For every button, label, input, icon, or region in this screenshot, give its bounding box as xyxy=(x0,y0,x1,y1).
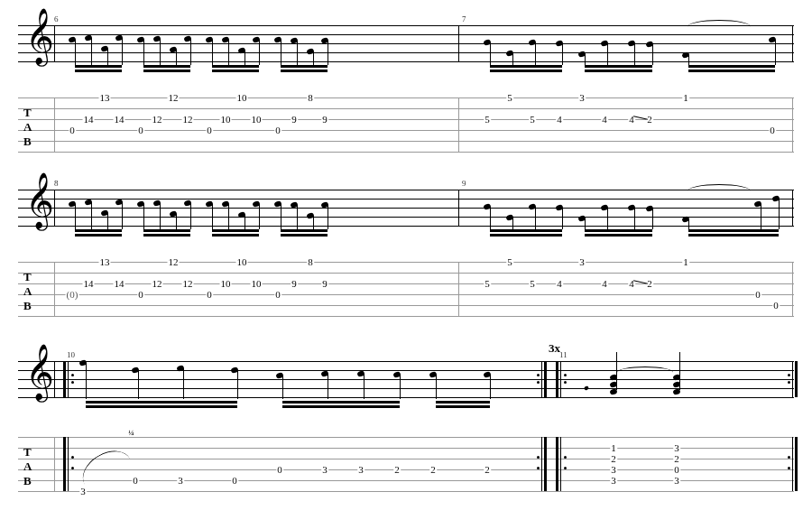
beam-icon xyxy=(86,405,237,408)
tab-fret-number: 14 xyxy=(83,115,95,125)
tab-fret-number: 9 xyxy=(291,115,298,125)
note-stem xyxy=(259,204,260,229)
tab-fret-number: 10 xyxy=(220,115,232,125)
tab-fret-number: 5 xyxy=(484,115,491,125)
tab-fret-number: 12 xyxy=(182,115,194,125)
barline xyxy=(54,25,55,61)
note-stem xyxy=(761,204,761,229)
beam-icon xyxy=(688,65,775,68)
repeat-count: 3x xyxy=(549,341,560,356)
tab-fret-number: 8 xyxy=(307,257,314,267)
note-stem xyxy=(138,370,139,399)
barline xyxy=(792,190,793,226)
quarter-bend-mark: ¼ xyxy=(128,428,134,437)
note-stem xyxy=(75,204,76,229)
note-stem xyxy=(607,208,608,229)
barline-tab xyxy=(458,262,459,316)
beam-icon xyxy=(490,229,562,232)
tab-fret-number: 0 xyxy=(206,290,213,300)
beam-icon xyxy=(75,70,122,72)
tab-fret-number: 10 xyxy=(220,279,232,289)
note-stem xyxy=(328,374,328,399)
tab-fret-number: 3 xyxy=(177,476,184,486)
tab-fret-number: 0 xyxy=(274,125,281,135)
note-stem xyxy=(281,40,281,65)
note-stem xyxy=(585,54,586,65)
beam-icon xyxy=(490,234,562,237)
tab-fret-number: 10 xyxy=(251,115,263,125)
beam-icon xyxy=(688,70,775,72)
tab-fret-number: 2 xyxy=(393,465,401,475)
note-stem xyxy=(245,215,245,229)
note-stem xyxy=(212,204,213,229)
tab-fret-number: 5 xyxy=(529,115,536,125)
beam-icon xyxy=(281,65,328,68)
barline-tab xyxy=(792,262,793,316)
tab-fret-number: 3 xyxy=(610,465,617,475)
tab-fret-number: 12 xyxy=(168,257,180,267)
note-stem xyxy=(313,51,314,65)
note-stem xyxy=(282,376,283,399)
tab-fret-number: 14 xyxy=(83,279,95,289)
tab-fret-number: 0 xyxy=(231,476,238,486)
beam-icon xyxy=(212,70,259,72)
barline xyxy=(458,25,459,61)
tab-fret-number: 1 xyxy=(682,93,689,103)
note-stem xyxy=(512,218,513,229)
music-staff xyxy=(18,190,794,226)
note-stem xyxy=(490,375,491,399)
note-stem xyxy=(679,352,680,390)
beam-icon xyxy=(143,65,190,68)
music-staff xyxy=(18,25,794,61)
treble-clef-icon: 𝄞 xyxy=(25,354,54,390)
tab-fret-number: 0 xyxy=(769,125,776,135)
note-stem xyxy=(297,205,298,229)
tab-label-letter: T xyxy=(23,271,32,283)
note-stem xyxy=(245,51,245,65)
note-stem xyxy=(436,375,437,399)
tab-fret-number: 3 xyxy=(321,465,328,475)
tab-fret-number: 5 xyxy=(506,257,513,267)
tab-fret-number: 2 xyxy=(429,465,437,475)
note-stem xyxy=(190,203,191,229)
tab-fret-number: 0 xyxy=(69,125,76,135)
barline xyxy=(54,361,55,397)
note-stem xyxy=(364,374,364,399)
note-stem xyxy=(490,42,491,65)
note-stem xyxy=(281,204,281,229)
beam-icon xyxy=(75,234,122,237)
beam-icon xyxy=(688,229,779,232)
tab-fret-number: 9 xyxy=(291,279,298,289)
beam-icon xyxy=(585,70,652,72)
tab-fret-number: 14 xyxy=(114,115,125,125)
tab-fret-number: 10 xyxy=(236,93,248,103)
tab-fret-number: 9 xyxy=(321,279,328,289)
beam-icon xyxy=(212,229,259,232)
measure-number: 8 xyxy=(54,179,59,188)
tab-fret-number: 4 xyxy=(601,115,608,125)
beam-icon xyxy=(143,234,190,237)
tab-fret-number: 12 xyxy=(152,115,163,125)
tie-icon xyxy=(687,184,751,198)
tab-fret-number: 3 xyxy=(357,465,364,475)
beam-icon xyxy=(86,401,237,404)
tab-fret-number: 0 xyxy=(137,125,144,135)
tab-label-letter: A xyxy=(23,460,32,472)
tab-fret-number: 0 xyxy=(132,476,139,486)
tab-fret-number: 4 xyxy=(556,115,563,125)
note-stem xyxy=(237,370,238,399)
beam-icon xyxy=(436,405,490,408)
note-stem xyxy=(75,40,76,65)
tab-label-letter: A xyxy=(23,285,32,297)
note-stem xyxy=(775,40,776,65)
tab-fret-number: (0) xyxy=(66,290,79,300)
note-stem xyxy=(535,207,536,229)
system-2: 𝄞TAB89(0)1413140121212010101009895554344… xyxy=(18,172,794,334)
beam-icon xyxy=(75,229,122,232)
tab-label-letter: B xyxy=(23,475,32,487)
note-stem xyxy=(634,208,635,229)
beam-icon xyxy=(490,70,562,72)
tab-fret-number: 12 xyxy=(152,279,163,289)
tab-fret-number: 0 xyxy=(274,290,281,300)
beam-icon xyxy=(282,405,400,408)
